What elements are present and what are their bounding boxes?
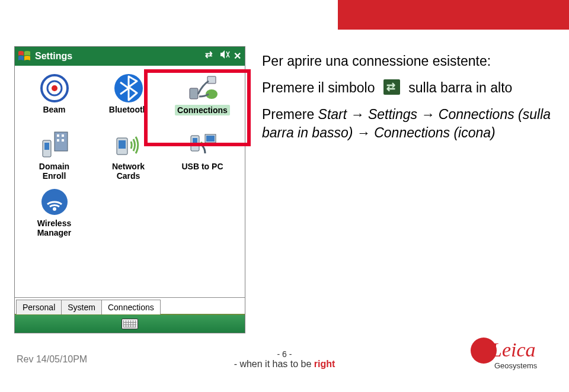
arrow-icon: → xyxy=(421,107,434,122)
svg-rect-13 xyxy=(44,143,49,150)
svg-point-2 xyxy=(52,85,57,91)
svg-rect-15 xyxy=(119,140,126,149)
beam-icon xyxy=(39,73,70,104)
svg-rect-4 xyxy=(190,88,198,99)
app-network-cards[interactable]: Network Cards xyxy=(91,126,165,183)
tab-connections[interactable]: Connections xyxy=(101,300,161,314)
footer: Rev 14/05/10PM - 6 - - when it has to be… xyxy=(0,341,569,377)
svg-rect-7 xyxy=(55,132,68,151)
text-start: Start xyxy=(318,107,347,122)
svg-rect-11 xyxy=(62,139,64,142)
keyboard-icon[interactable] xyxy=(122,319,138,329)
bluetooth-icon xyxy=(113,73,144,104)
motto-a: - when it has to be xyxy=(234,359,314,369)
app-label: Network Cards xyxy=(112,162,145,181)
connectivity-icon[interactable] xyxy=(204,50,216,62)
tab-personal[interactable]: Personal xyxy=(16,300,62,314)
app-wireless-manager[interactable]: Wireless Manager xyxy=(17,183,91,240)
svg-rect-5 xyxy=(207,76,216,83)
phone-body: Beam Bluetooth xyxy=(15,66,245,297)
svg-rect-10 xyxy=(57,139,59,142)
app-connections[interactable]: Connections xyxy=(165,69,239,126)
text-settings: Settings xyxy=(368,107,417,122)
app-beam[interactable]: Beam xyxy=(17,69,91,126)
app-label: Domain Enroll xyxy=(39,162,69,181)
svg-rect-8 xyxy=(57,134,59,137)
revision-text: Rev 14/05/10PM xyxy=(17,354,87,365)
brand-main: Leica xyxy=(490,339,536,361)
domain-enroll-icon xyxy=(39,130,70,160)
text: sulla barra in alto xyxy=(408,79,512,97)
svg-point-22 xyxy=(53,207,56,211)
app-bluetooth[interactable]: Bluetooth xyxy=(91,69,165,126)
text-connections-icon: Connections (icona) xyxy=(374,125,496,140)
phone-titlebar: Settings ✕ xyxy=(15,47,245,66)
network-cards-icon xyxy=(113,130,144,160)
phone-screenshot: Settings ✕ Beam xyxy=(14,46,245,333)
brand-sub: Geosystems xyxy=(494,361,538,370)
page-number: - 6 - xyxy=(277,349,292,359)
motto: - when it has to be right xyxy=(234,359,335,369)
text: Premere xyxy=(262,107,318,122)
close-icon[interactable]: ✕ xyxy=(234,50,241,62)
icon-grid: Beam Bluetooth xyxy=(15,66,245,243)
motto-b: right xyxy=(314,359,335,369)
leica-logo: Leica Geosystems xyxy=(468,336,551,378)
svg-rect-17 xyxy=(193,138,197,145)
top-red-banner xyxy=(338,0,569,30)
volume-icon[interactable] xyxy=(219,49,230,62)
phone-tabs: Personal System Connections xyxy=(15,297,245,315)
phone-title: Settings xyxy=(35,51,72,62)
wireless-manager-icon xyxy=(39,187,70,217)
instructions-line1: Per aprire una connessione esistente: xyxy=(262,52,552,70)
app-label: Wireless Manager xyxy=(37,219,72,237)
app-usb-to-pc[interactable]: USB to PC xyxy=(165,126,239,183)
usb-to-pc-icon xyxy=(187,130,218,160)
text: Premere il simbolo xyxy=(262,80,375,95)
app-label: Beam xyxy=(43,105,65,114)
arrow-icon: → xyxy=(351,107,365,122)
phone-bottombar xyxy=(15,315,245,333)
tab-system[interactable]: System xyxy=(61,300,102,314)
app-label: Bluetooth xyxy=(109,105,148,114)
status-icons: ✕ xyxy=(204,49,241,62)
app-label: USB to PC xyxy=(182,162,223,171)
instructions-line2: Premere il simbolo sulla barra in alto xyxy=(262,79,552,97)
svg-rect-20 xyxy=(207,143,213,144)
svg-rect-19 xyxy=(206,136,215,142)
instructions-block: Per aprire una connessione esistente: Pr… xyxy=(262,52,552,150)
arrow-icon: → xyxy=(357,125,370,140)
windows-logo-icon[interactable] xyxy=(17,49,31,63)
instructions-line3: Premere Start → Settings → Connections (… xyxy=(262,105,552,142)
app-label: Connections xyxy=(175,105,230,115)
app-domain-enroll[interactable]: Domain Enroll xyxy=(17,126,91,183)
connections-icon xyxy=(187,73,218,104)
connectivity-inline-icon xyxy=(383,79,400,95)
svg-rect-9 xyxy=(62,134,64,137)
